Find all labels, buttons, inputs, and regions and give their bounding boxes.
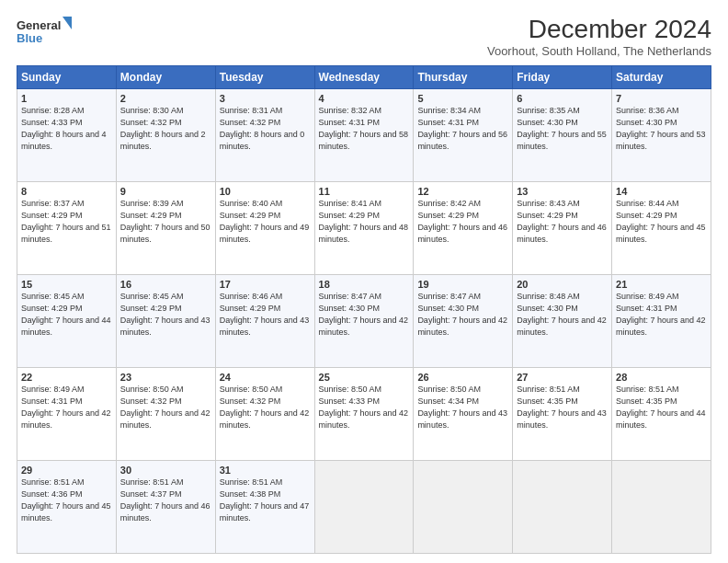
week-row-5: 29 Sunrise: 8:51 AMSunset: 4:36 PMDaylig… (17, 461, 711, 554)
svg-text:General: General (17, 18, 61, 32)
day-cell: 12 Sunrise: 8:42 AMSunset: 4:29 PMDaylig… (414, 182, 513, 275)
week-row-2: 8 Sunrise: 8:37 AMSunset: 4:29 PMDayligh… (17, 182, 711, 275)
day-cell: 3 Sunrise: 8:31 AMSunset: 4:32 PMDayligh… (215, 89, 314, 182)
day-number: 3 (220, 93, 311, 104)
day-info: Sunrise: 8:45 AMSunset: 4:29 PMDaylight:… (21, 291, 112, 339)
day-cell: 5 Sunrise: 8:34 AMSunset: 4:31 PMDayligh… (414, 89, 513, 182)
day-info: Sunrise: 8:42 AMSunset: 4:29 PMDaylight:… (417, 198, 508, 246)
day-number: 14 (616, 186, 707, 197)
day-number: 23 (120, 372, 211, 383)
day-number: 20 (517, 279, 608, 290)
day-info: Sunrise: 8:47 AMSunset: 4:30 PMDaylight:… (319, 291, 410, 339)
subtitle: Voorhout, South Holland, The Netherlands (487, 44, 711, 58)
day-info: Sunrise: 8:50 AMSunset: 4:33 PMDaylight:… (319, 384, 410, 431)
day-cell (414, 461, 513, 554)
day-cell: 8 Sunrise: 8:37 AMSunset: 4:29 PMDayligh… (17, 182, 117, 275)
day-number: 19 (417, 279, 508, 290)
day-info: Sunrise: 8:36 AMSunset: 4:30 PMDaylight:… (616, 105, 707, 153)
day-info: Sunrise: 8:51 AMSunset: 4:35 PMDaylight:… (517, 384, 608, 431)
day-number: 11 (319, 186, 410, 197)
day-number: 25 (319, 372, 410, 383)
day-number: 9 (120, 186, 211, 197)
day-info: Sunrise: 8:49 AMSunset: 4:31 PMDaylight:… (616, 291, 707, 339)
day-info: Sunrise: 8:44 AMSunset: 4:29 PMDaylight:… (616, 198, 707, 246)
day-number: 26 (417, 372, 508, 383)
day-cell: 22 Sunrise: 8:49 AMSunset: 4:31 PMDaylig… (17, 368, 117, 461)
week-row-1: 1 Sunrise: 8:28 AMSunset: 4:33 PMDayligh… (17, 89, 711, 182)
day-cell: 10 Sunrise: 8:40 AMSunset: 4:29 PMDaylig… (215, 182, 314, 275)
day-cell (314, 461, 414, 554)
day-cell: 6 Sunrise: 8:35 AMSunset: 4:30 PMDayligh… (513, 89, 612, 182)
day-cell: 17 Sunrise: 8:46 AMSunset: 4:29 PMDaylig… (215, 275, 314, 368)
main-title: December 2024 (487, 15, 711, 44)
svg-marker-2 (63, 17, 72, 29)
day-cell: 25 Sunrise: 8:50 AMSunset: 4:33 PMDaylig… (314, 368, 414, 461)
day-cell: 19 Sunrise: 8:47 AMSunset: 4:30 PMDaylig… (414, 275, 513, 368)
day-info: Sunrise: 8:32 AMSunset: 4:31 PMDaylight:… (319, 105, 410, 153)
day-number: 18 (319, 279, 410, 290)
day-number: 5 (417, 93, 508, 104)
day-cell: 29 Sunrise: 8:51 AMSunset: 4:36 PMDaylig… (17, 461, 117, 554)
day-info: Sunrise: 8:51 AMSunset: 4:35 PMDaylight:… (616, 384, 707, 431)
day-cell: 9 Sunrise: 8:39 AMSunset: 4:29 PMDayligh… (116, 182, 215, 275)
day-number: 13 (517, 186, 608, 197)
day-info: Sunrise: 8:50 AMSunset: 4:32 PMDaylight:… (120, 384, 211, 431)
col-friday: Friday (513, 66, 612, 89)
day-cell: 18 Sunrise: 8:47 AMSunset: 4:30 PMDaylig… (314, 275, 414, 368)
day-cell: 26 Sunrise: 8:50 AMSunset: 4:34 PMDaylig… (414, 368, 513, 461)
day-number: 1 (21, 93, 112, 104)
day-number: 7 (616, 93, 707, 104)
day-cell: 7 Sunrise: 8:36 AMSunset: 4:30 PMDayligh… (612, 89, 711, 182)
day-number: 17 (220, 279, 311, 290)
col-tuesday: Tuesday (215, 66, 314, 89)
day-info: Sunrise: 8:43 AMSunset: 4:29 PMDaylight:… (517, 198, 608, 246)
day-info: Sunrise: 8:31 AMSunset: 4:32 PMDaylight:… (220, 105, 311, 153)
day-number: 29 (21, 465, 112, 476)
day-cell: 13 Sunrise: 8:43 AMSunset: 4:29 PMDaylig… (513, 182, 612, 275)
day-info: Sunrise: 8:28 AMSunset: 4:33 PMDaylight:… (21, 105, 112, 153)
day-info: Sunrise: 8:51 AMSunset: 4:37 PMDaylight:… (120, 477, 211, 524)
day-cell: 2 Sunrise: 8:30 AMSunset: 4:32 PMDayligh… (116, 89, 215, 182)
day-info: Sunrise: 8:30 AMSunset: 4:32 PMDaylight:… (120, 105, 211, 153)
day-cell: 11 Sunrise: 8:41 AMSunset: 4:29 PMDaylig… (314, 182, 414, 275)
day-number: 27 (517, 372, 608, 383)
col-wednesday: Wednesday (314, 66, 414, 89)
day-number: 30 (120, 465, 211, 476)
day-info: Sunrise: 8:47 AMSunset: 4:30 PMDaylight:… (417, 291, 508, 339)
day-info: Sunrise: 8:51 AMSunset: 4:38 PMDaylight:… (220, 477, 311, 524)
svg-text:Blue: Blue (17, 31, 42, 45)
day-cell: 4 Sunrise: 8:32 AMSunset: 4:31 PMDayligh… (314, 89, 414, 182)
day-cell: 14 Sunrise: 8:44 AMSunset: 4:29 PMDaylig… (612, 182, 711, 275)
week-row-3: 15 Sunrise: 8:45 AMSunset: 4:29 PMDaylig… (17, 275, 711, 368)
day-info: Sunrise: 8:34 AMSunset: 4:31 PMDaylight:… (417, 105, 508, 153)
day-number: 6 (517, 93, 608, 104)
day-info: Sunrise: 8:49 AMSunset: 4:31 PMDaylight:… (21, 384, 112, 431)
day-info: Sunrise: 8:50 AMSunset: 4:34 PMDaylight:… (417, 384, 508, 431)
day-info: Sunrise: 8:41 AMSunset: 4:29 PMDaylight:… (319, 198, 410, 246)
day-number: 15 (21, 279, 112, 290)
day-cell: 20 Sunrise: 8:48 AMSunset: 4:30 PMDaylig… (513, 275, 612, 368)
day-number: 22 (21, 372, 112, 383)
day-info: Sunrise: 8:35 AMSunset: 4:30 PMDaylight:… (517, 105, 608, 153)
day-info: Sunrise: 8:45 AMSunset: 4:29 PMDaylight:… (120, 291, 211, 339)
day-info: Sunrise: 8:39 AMSunset: 4:29 PMDaylight:… (120, 198, 211, 246)
day-cell: 21 Sunrise: 8:49 AMSunset: 4:31 PMDaylig… (612, 275, 711, 368)
header: General Blue December 2024 Voorhout, Sou… (17, 15, 711, 58)
day-cell: 30 Sunrise: 8:51 AMSunset: 4:37 PMDaylig… (116, 461, 215, 554)
day-cell: 24 Sunrise: 8:50 AMSunset: 4:32 PMDaylig… (215, 368, 314, 461)
day-number: 31 (220, 465, 311, 476)
logo: General Blue (17, 15, 72, 48)
day-number: 28 (616, 372, 707, 383)
calendar-table: Sunday Monday Tuesday Wednesday Thursday… (17, 65, 711, 554)
day-cell (612, 461, 711, 554)
day-info: Sunrise: 8:51 AMSunset: 4:36 PMDaylight:… (21, 477, 112, 524)
day-number: 12 (417, 186, 508, 197)
day-cell: 31 Sunrise: 8:51 AMSunset: 4:38 PMDaylig… (215, 461, 314, 554)
day-number: 21 (616, 279, 707, 290)
col-monday: Monday (116, 66, 215, 89)
day-info: Sunrise: 8:50 AMSunset: 4:32 PMDaylight:… (220, 384, 311, 431)
day-info: Sunrise: 8:37 AMSunset: 4:29 PMDaylight:… (21, 198, 112, 246)
day-cell: 23 Sunrise: 8:50 AMSunset: 4:32 PMDaylig… (116, 368, 215, 461)
day-number: 24 (220, 372, 311, 383)
day-cell (513, 461, 612, 554)
